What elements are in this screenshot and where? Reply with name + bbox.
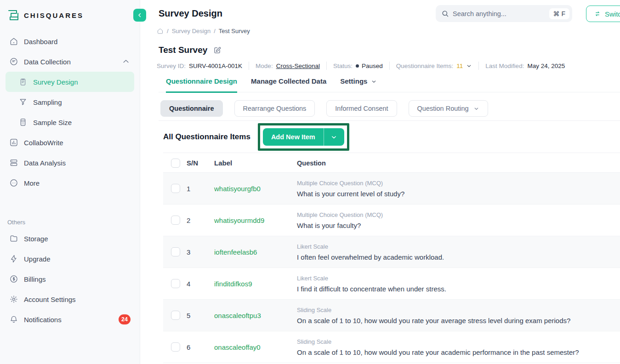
- chevron-left-icon: [137, 12, 143, 18]
- calculator-icon: [18, 118, 28, 127]
- column-header-question: Question: [297, 159, 620, 167]
- tab-manage-collected-data[interactable]: Manage Collected Data: [251, 77, 326, 92]
- sidebar-item-label: Data Analysis: [24, 159, 66, 167]
- question-type: Sliding Scale: [297, 307, 620, 313]
- sidebar-collapse-button[interactable]: [133, 9, 146, 22]
- sidebar-nav: Dashboard Data Collection Survey Design …: [0, 28, 140, 193]
- data-collection-icon: [9, 57, 18, 66]
- brand-name: CHISQUARES: [24, 11, 84, 19]
- pill-rearrange-questions[interactable]: Rearrange Questions: [234, 100, 315, 117]
- row-label-link[interactable]: onascaleoftpu3: [214, 312, 297, 319]
- sidebar-item-dashboard[interactable]: Dashboard: [6, 31, 134, 51]
- pill-label: Rearrange Questions: [243, 105, 307, 112]
- row-label-link[interactable]: whatisyourmdd9: [214, 216, 297, 224]
- dollar-circle-icon: [9, 274, 18, 284]
- status-value: Paused: [362, 63, 383, 69]
- sidebar-item-sample-size[interactable]: Sample Size: [6, 112, 134, 132]
- row-label-link[interactable]: onascaleoffay0: [214, 343, 297, 351]
- chevron-down-icon[interactable]: [466, 63, 472, 69]
- question-text: What is your faculty?: [297, 222, 620, 229]
- question-text: I often feel overwhelmed by academic wor…: [297, 253, 620, 261]
- row-checkbox[interactable]: [171, 216, 180, 225]
- question-type: Multiple Choice Question (MCQ): [297, 180, 620, 187]
- select-all-checkbox[interactable]: [171, 159, 180, 168]
- row-label-link[interactable]: ioftenfeelasb6: [214, 248, 297, 256]
- meta-divider: [326, 62, 327, 70]
- row-checkbox[interactable]: [171, 311, 180, 320]
- bell-icon: [9, 315, 18, 324]
- pill-informed-consent[interactable]: Informed Consent: [326, 100, 397, 117]
- row-sn: 3: [187, 248, 214, 256]
- survey-id-value: SURV-4001A-001K: [189, 63, 242, 69]
- global-search[interactable]: ⌘ F: [436, 5, 572, 22]
- question-text: On a scale of 1 to 10, how would you rat…: [297, 348, 620, 356]
- sidebar-item-upgrade[interactable]: Upgrade: [6, 249, 134, 269]
- sidebar-item-account-settings[interactable]: Account Settings: [6, 289, 134, 309]
- search-input[interactable]: [453, 10, 546, 17]
- mode-value[interactable]: Cross-Sectional: [276, 63, 320, 69]
- tab-questionnaire-design[interactable]: Questionnaire Design: [166, 77, 237, 93]
- tab-label: Settings: [340, 77, 367, 85]
- chisquares-s-logo-icon: [7, 9, 19, 21]
- sidebar-others-section: Others Storage Upgrade Billings Account …: [6, 219, 134, 330]
- sidebar-item-sampling[interactable]: Sampling: [6, 92, 134, 112]
- gear-icon: [9, 295, 18, 304]
- breadcrumb: / Survey Design / Test Survey: [157, 28, 250, 34]
- sidebar-item-storage[interactable]: Storage: [6, 228, 134, 249]
- others-section-label: Others: [6, 219, 134, 228]
- add-new-item-label: Add New Item: [263, 128, 324, 146]
- sidebar-item-label: Notifications: [24, 316, 62, 324]
- add-new-item-dropdown[interactable]: [324, 128, 344, 146]
- table-row: 1 whatisyourgfb0 Multiple Choice Questio…: [163, 173, 620, 205]
- switch-button-label: Switch: [605, 10, 620, 18]
- sidebar-item-label: Storage: [24, 235, 48, 243]
- column-header-sn: S/N: [187, 159, 214, 167]
- sidebar-item-notifications[interactable]: Notifications 24: [6, 309, 134, 330]
- row-checkbox[interactable]: [171, 279, 180, 288]
- sidebar-item-survey-design[interactable]: Survey Design: [6, 72, 134, 92]
- breadcrumb-separator: /: [214, 28, 216, 34]
- last-modified-value: May 24, 2025: [527, 63, 565, 69]
- edit-pencil-icon[interactable]: [213, 46, 222, 55]
- sidebar-item-collabowrite[interactable]: CollaboWrite: [6, 132, 134, 153]
- lightning-icon: [9, 254, 18, 263]
- home-icon: [9, 37, 18, 46]
- sidebar-item-more[interactable]: More: [6, 173, 134, 193]
- tab-settings[interactable]: Settings: [340, 77, 377, 92]
- breadcrumb-survey-design[interactable]: Survey Design: [172, 28, 211, 34]
- sidebar-item-label: Data Collection: [24, 58, 71, 66]
- sidebar-item-label: Sample Size: [33, 119, 72, 126]
- row-label-link[interactable]: ifinditdifkos9: [214, 280, 297, 288]
- survey-meta-row: Survey ID: SURV-4001A-001K Mode: Cross-S…: [157, 62, 565, 70]
- table-row: 2 whatisyourmdd9 Multiple Choice Questio…: [163, 205, 620, 236]
- question-type: Likert Scale: [297, 275, 620, 282]
- sidebar-item-billings[interactable]: Billings: [6, 269, 134, 289]
- add-new-item-button[interactable]: Add New Item: [263, 128, 344, 146]
- row-checkbox[interactable]: [171, 342, 180, 352]
- sidebar-item-label: Dashboard: [24, 38, 57, 46]
- brand-logo: CHISQUARES: [0, 0, 140, 28]
- table-row: 5 onascaleoftpu3 Sliding Scale On a scal…: [163, 300, 620, 331]
- row-label-link[interactable]: whatisyourgfb0: [214, 185, 297, 193]
- items-count-label: Questionnaire Items:: [396, 63, 454, 69]
- home-breadcrumb-icon[interactable]: [157, 28, 164, 34]
- table-row: 4 ifinditdifkos9 Likert Scale I find it …: [163, 268, 620, 300]
- items-count-value: 11: [456, 63, 463, 69]
- tab-label: Manage Collected Data: [251, 77, 326, 85]
- breadcrumb-test-survey: Test Survey: [219, 28, 250, 34]
- sidebar-item-data-analysis[interactable]: Data Analysis: [6, 153, 134, 173]
- mode-label: Mode:: [256, 63, 273, 69]
- section-title: All Questionnaire Items: [163, 132, 250, 142]
- question-text: On a scale of 1 to 10, how would you rat…: [297, 317, 620, 324]
- pill-question-routing[interactable]: Question Routing: [409, 100, 488, 117]
- pill-label: Question Routing: [417, 105, 469, 112]
- sidebar-item-data-collection[interactable]: Data Collection: [6, 51, 134, 72]
- main-content: Survey Design ⌘ F Switch / Survey Design…: [140, 0, 620, 364]
- pill-questionnaire[interactable]: Questionnaire: [160, 100, 223, 117]
- row-sn: 6: [187, 343, 214, 351]
- switch-button[interactable]: Switch: [586, 6, 620, 22]
- divider: [159, 120, 620, 121]
- row-checkbox[interactable]: [171, 184, 180, 193]
- sidebar-item-label: CollaboWrite: [24, 139, 63, 147]
- row-checkbox[interactable]: [171, 247, 180, 256]
